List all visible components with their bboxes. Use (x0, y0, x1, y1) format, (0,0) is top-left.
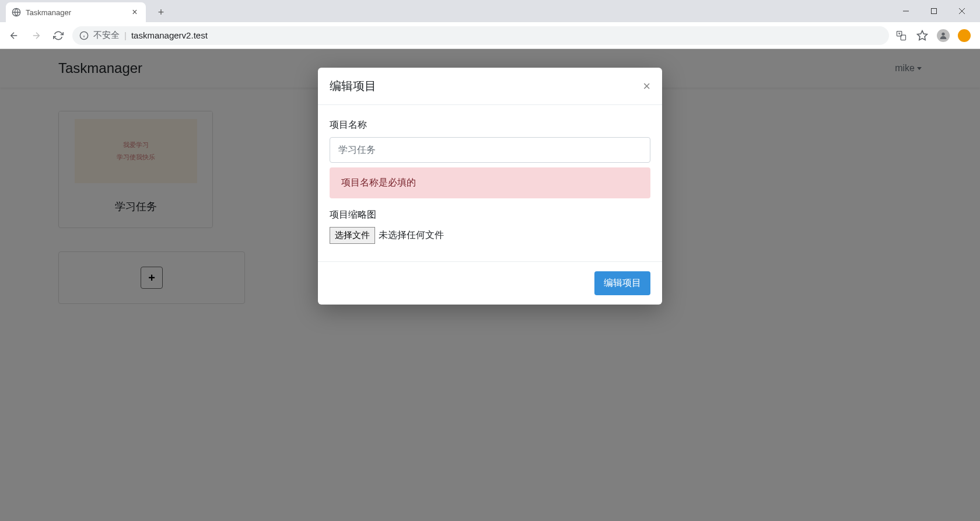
page-content: Taskmanager mike 我爱学习 学习使我快乐 学习任务 (0, 49, 980, 521)
modal-close-button[interactable]: × (643, 80, 650, 93)
reload-button[interactable] (50, 27, 66, 44)
translate-icon[interactable] (895, 29, 908, 42)
project-name-input[interactable] (330, 137, 650, 163)
alert-badge-icon[interactable] (958, 29, 971, 42)
browser-tab-bar: Taskmanager × + (0, 0, 980, 22)
close-tab-icon[interactable]: × (130, 7, 140, 18)
minimize-window-icon[interactable] (897, 2, 915, 20)
file-status-text: 未选择任何文件 (379, 229, 444, 242)
browser-tab[interactable]: Taskmanager × (6, 2, 146, 22)
star-icon[interactable] (916, 29, 929, 42)
new-tab-button[interactable]: + (153, 4, 169, 20)
insecure-label: 不安全 (93, 30, 120, 41)
back-button[interactable] (6, 27, 22, 44)
tab-title: Taskmanager (26, 8, 71, 17)
forward-button[interactable] (28, 27, 44, 44)
globe-icon (12, 8, 21, 17)
info-icon (79, 31, 89, 40)
thumbnail-label: 项目缩略图 (330, 209, 650, 221)
svg-rect-2 (932, 9, 937, 14)
profile-avatar-icon[interactable] (937, 29, 950, 42)
choose-file-button[interactable]: 选择文件 (330, 227, 375, 244)
project-name-error: 项目名称是必填的 (330, 167, 650, 198)
close-window-icon[interactable] (953, 2, 971, 20)
modal-footer: 编辑项目 (318, 261, 662, 305)
address-omnibox[interactable]: 不安全 | taskmanagerv2.test (72, 26, 889, 45)
svg-point-11 (942, 32, 944, 35)
maximize-window-icon[interactable] (925, 2, 943, 20)
modal-title: 编辑项目 (330, 78, 376, 94)
url-text: taskmanagerv2.test (131, 30, 208, 40)
project-name-label: 项目名称 (330, 119, 650, 131)
omnibox-divider: | (124, 30, 127, 40)
browser-address-bar: 不安全 | taskmanagerv2.test (0, 22, 980, 49)
edit-project-modal: 编辑项目 × 项目名称 项目名称是必填的 项目缩略图 选择文件 未选择任何文件 (318, 68, 662, 305)
modal-body: 项目名称 项目名称是必填的 项目缩略图 选择文件 未选择任何文件 (318, 105, 662, 261)
modal-header: 编辑项目 × (318, 68, 662, 105)
submit-button[interactable]: 编辑项目 (594, 271, 650, 295)
svg-marker-10 (918, 30, 928, 40)
